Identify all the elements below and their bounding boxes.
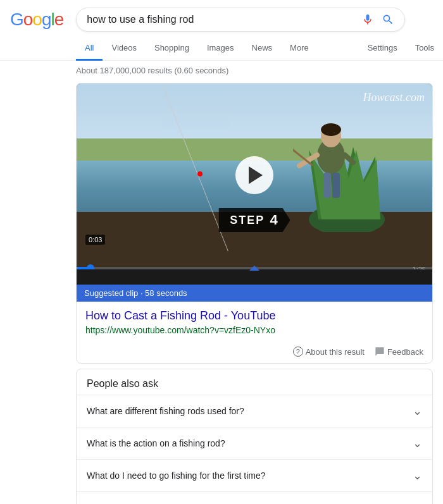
- video-thumbnail[interactable]: Howcast.com STEP 4 0:03 1:25: [77, 83, 432, 285]
- tab-tools[interactable]: Tools: [406, 37, 443, 61]
- search-bar[interactable]: [76, 8, 405, 32]
- paa-title: People also ask: [77, 369, 432, 395]
- paa-question-1: What is the action on a fishing rod?: [87, 438, 225, 448]
- svg-line-11: [162, 85, 228, 251]
- tab-videos[interactable]: Videos: [103, 37, 146, 61]
- search-button[interactable]: [382, 13, 394, 26]
- play-button[interactable]: [235, 156, 273, 194]
- tab-shopping[interactable]: Shopping: [146, 37, 198, 61]
- scrubber-indicator: [249, 266, 259, 271]
- video-controls[interactable]: [77, 269, 432, 285]
- suggested-clip-bar: Suggested clip · 58 seconds: [77, 285, 432, 302]
- logo-letter-o2: o: [32, 9, 42, 30]
- tab-all[interactable]: All: [76, 37, 103, 61]
- chevron-down-icon-3: ⌄: [413, 501, 422, 504]
- header: Google: [0, 0, 443, 32]
- paa-item-1[interactable]: What is the action on a fishing rod? ⌄: [77, 427, 432, 459]
- video-watermark: Howcast.com: [363, 91, 425, 104]
- feedback-icon: [375, 347, 385, 357]
- search-icons: [361, 13, 394, 26]
- tab-settings[interactable]: Settings: [359, 37, 406, 61]
- logo-letter-o1: o: [23, 9, 33, 30]
- search-icon: [382, 13, 394, 26]
- chevron-down-icon-2: ⌄: [413, 469, 422, 482]
- about-label: About this result: [306, 347, 365, 357]
- step-label: STEP: [230, 214, 265, 227]
- question-icon: ?: [293, 347, 303, 357]
- video-scene: Howcast.com STEP 4 0:03: [77, 83, 432, 267]
- about-feedback-row: ? About this result Feedback: [77, 343, 432, 363]
- people-also-ask-section: People also ask What are different fishi…: [76, 369, 433, 504]
- chevron-down-icon-0: ⌄: [413, 404, 422, 418]
- paa-question-0: What are different fishing rods used for…: [87, 406, 244, 416]
- tab-news[interactable]: News: [243, 37, 282, 61]
- result-title[interactable]: How to Cast a Fishing Rod - YouTube: [85, 309, 423, 323]
- step-badge: STEP 4: [218, 208, 290, 232]
- chevron-down-icon-1: ⌄: [413, 436, 422, 450]
- about-this-result-link[interactable]: ? About this result: [293, 347, 365, 357]
- video-card: Howcast.com STEP 4 0:03 1:25 Suggested c…: [76, 83, 433, 364]
- paa-item-0[interactable]: What are different fishing rods used for…: [77, 395, 432, 427]
- mic-icon: [361, 13, 374, 26]
- paa-item-3[interactable]: What side should the handle be on a spin…: [77, 491, 432, 504]
- step-number: 4: [270, 212, 278, 228]
- paa-question-2: What do I need to go fishing for the fir…: [87, 470, 265, 481]
- result-info: How to Cast a Fishing Rod - YouTube http…: [77, 302, 432, 343]
- video-timestamp-start: 0:03: [85, 235, 105, 245]
- play-triangle-icon: [249, 166, 263, 184]
- voice-search-button[interactable]: [361, 13, 374, 26]
- feedback-link-video[interactable]: Feedback: [375, 347, 423, 357]
- tab-images[interactable]: Images: [198, 37, 243, 61]
- search-input[interactable]: [87, 14, 361, 25]
- logo-letter-g1: G: [10, 9, 23, 30]
- google-logo: Google: [10, 9, 63, 30]
- tab-more[interactable]: More: [281, 37, 318, 61]
- feedback-label-video: Feedback: [387, 347, 423, 357]
- logo-letter-e: e: [54, 9, 64, 30]
- result-url: https://www.youtube.com/watch?v=vzfEz0-N…: [85, 325, 423, 335]
- nav-settings: Settings Tools: [359, 37, 443, 60]
- paa-item-2[interactable]: What do I need to go fishing for the fir…: [77, 459, 432, 491]
- nav-tabs: All Videos Shopping Images News More Set…: [0, 32, 443, 61]
- results-count: About 187,000,000 results (0.60 seconds): [0, 61, 443, 80]
- logo-letter-g2: g: [42, 9, 51, 30]
